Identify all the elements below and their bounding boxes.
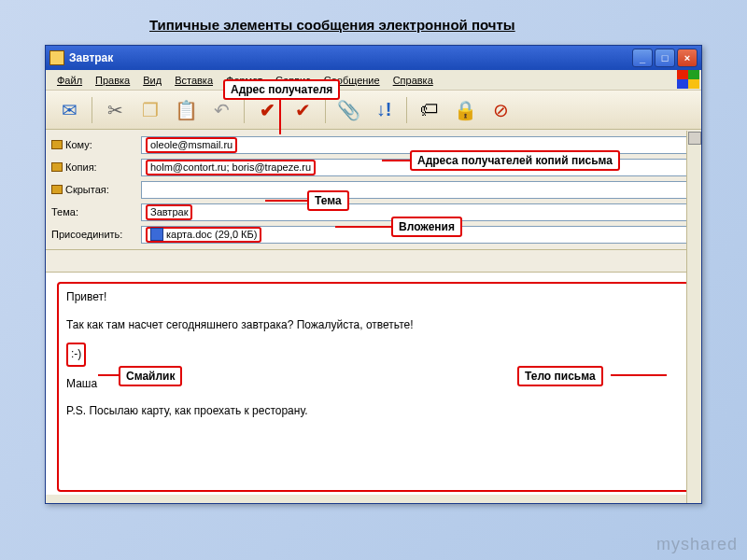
annotation-body: Тело письма xyxy=(517,366,603,386)
annotation-subject: Тема xyxy=(307,190,349,211)
offline-button[interactable]: ⊘ xyxy=(485,94,516,126)
book-icon xyxy=(51,162,63,172)
format-toolbar xyxy=(46,250,701,273)
windows-logo-icon xyxy=(677,70,699,89)
titlebar: Завтрак _ □ × xyxy=(46,46,701,70)
book-icon xyxy=(51,185,63,194)
vertical-scrollbar[interactable] xyxy=(686,131,701,503)
close-button[interactable]: × xyxy=(677,49,698,67)
paste-button[interactable]: 📋 xyxy=(170,94,202,126)
smiley-text: :-) xyxy=(66,343,86,367)
scroll-up-icon[interactable] xyxy=(688,132,701,145)
body-highlight-box: Привет! Так как там насчет сегодняшнего … xyxy=(57,282,690,492)
menu-file[interactable]: Файл xyxy=(51,73,88,88)
copy-button[interactable]: ❐ xyxy=(134,94,166,126)
encrypt-button[interactable]: 🔒 xyxy=(449,94,481,126)
cut-button[interactable]: ✂ xyxy=(99,94,131,126)
maximize-button[interactable]: □ xyxy=(655,49,675,67)
annotation-attachment: Вложения xyxy=(391,217,462,237)
annotation-recipient: Адрес получателя xyxy=(223,79,340,100)
minimize-button[interactable]: _ xyxy=(632,49,653,67)
annotation-smiley: Смайлик xyxy=(119,366,182,386)
send-button[interactable]: ✉ xyxy=(53,94,85,126)
attach-label: Присоединить: xyxy=(51,229,135,240)
toolbar: ✉ ✂ ❐ 📋 ↶ ✔ ✔ 📎 ↓! 🏷 🔒 ⊘ xyxy=(46,91,701,130)
body-ps: P.S. Посылаю карту, как проехать к ресто… xyxy=(66,401,681,422)
body-greeting: Привет! xyxy=(66,287,681,308)
email-compose-window: Завтрак _ □ × Файл Правка Вид Вставка Фо… xyxy=(45,45,702,504)
book-icon xyxy=(51,140,63,149)
subject-label: Тема: xyxy=(51,206,135,217)
doc-icon xyxy=(150,228,163,241)
cc-label: Копия: xyxy=(51,161,135,173)
app-icon xyxy=(49,50,64,65)
priority-button[interactable]: ↓! xyxy=(368,94,400,126)
window-title: Завтрак xyxy=(69,51,113,64)
header-fields: Кому: oleole@msmail.ru Копия: holm@conto… xyxy=(46,130,701,250)
menu-view[interactable]: Вид xyxy=(137,73,167,88)
bcc-label: Скрытая: xyxy=(51,184,135,195)
watermark: myshared xyxy=(656,535,738,554)
menubar: Файл Правка Вид Вставка Формат Сервис Со… xyxy=(46,70,701,91)
body-line1: Так как там насчет сегодняшнего завтрака… xyxy=(66,315,681,336)
bcc-input[interactable] xyxy=(141,181,696,199)
to-label: Кому: xyxy=(51,139,135,150)
menu-help[interactable]: Справка xyxy=(388,73,439,88)
menu-edit[interactable]: Правка xyxy=(90,73,135,88)
menu-insert[interactable]: Вставка xyxy=(169,73,218,88)
annotation-cc: Адреса получателей копий письма xyxy=(410,150,620,171)
slide-title: Типичные элементы сообщения электронной … xyxy=(149,17,515,33)
sign-button[interactable]: 🏷 xyxy=(414,94,445,126)
